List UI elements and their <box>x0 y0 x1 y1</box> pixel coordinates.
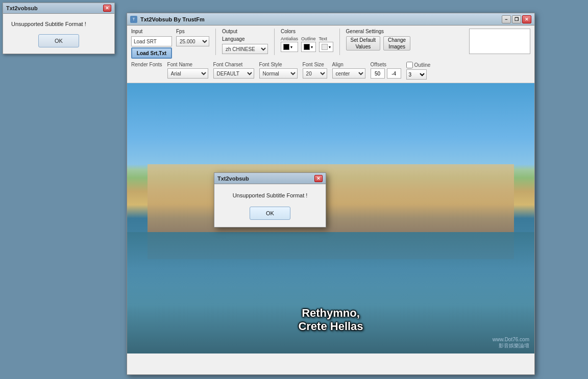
outline-size-dropdown[interactable]: 3 1 2 4 5 <box>406 69 427 80</box>
align-label: Align <box>332 62 365 67</box>
small-dialog-message: Unsupported Subtitle Format ! <box>11 21 106 27</box>
inner-error-dialog: Txt2vobsub ✕ Unsupported Subtitle Format… <box>214 172 326 228</box>
offsets-y-field[interactable] <box>387 68 401 79</box>
output-group: Output Language zh CHINESE <box>222 29 268 54</box>
app-icon: T <box>130 16 137 23</box>
subtitle-overlay: Rethymno, Crete Hellas <box>298 307 363 333</box>
inner-dialog-titlebar: Txt2vobsub ✕ <box>214 173 326 184</box>
outline-checkbox[interactable] <box>406 62 413 68</box>
main-window: T Txt2Vobsub By TrustFm − ❐ ✕ Input Load… <box>127 13 535 375</box>
font-charset-dropdown[interactable]: DEFAULT <box>213 68 254 79</box>
colors-group: Colors Antialias ▾ Outline ▾ <box>281 29 333 52</box>
watermark-line1: www.Dot76.com <box>493 337 529 342</box>
font-size-group: Font Size 20 <box>303 62 327 79</box>
fps-group: Fps 25.000 <box>176 29 209 46</box>
outline-color-label: Outline <box>301 36 316 41</box>
preview-area: Rethymno, Crete Hellas www.Dot76.com 影音娛… <box>127 83 534 353</box>
subtitle-line-2: Crete Hellas <box>298 320 363 333</box>
watermark-line2: 影音娛樂論壇 <box>493 342 529 349</box>
render-fonts-row: Render Fonts Font Name Arial Font Charse… <box>127 60 534 83</box>
small-dialog-body: Unsupported Subtitle Format ! OK <box>3 14 114 54</box>
gen-settings-row: Set Default Values Change Images <box>346 36 411 50</box>
input-row <box>131 36 172 46</box>
text-color-label: Text <box>319 36 333 41</box>
input-label: Input <box>131 29 172 34</box>
align-group: Align center <box>332 62 365 79</box>
small-dialog-ok-button[interactable]: OK <box>38 34 79 47</box>
colors-sub-row: Antialias ▾ Outline ▾ Text <box>281 36 333 52</box>
small-dialog-close-button[interactable]: ✕ <box>103 5 111 12</box>
outline-group: Outline 3 1 2 4 5 <box>406 62 431 80</box>
align-dropdown[interactable]: center <box>332 68 365 79</box>
font-style-label: Font Style <box>259 62 298 67</box>
render-fonts-label: Render Fonts <box>131 62 162 67</box>
load-srt-button[interactable]: Load Srt,Txt <box>131 47 172 59</box>
divider-3 <box>339 29 340 55</box>
font-size-label: Font Size <box>303 62 327 67</box>
text-swatch[interactable]: ▾ <box>319 42 333 52</box>
outline-label: Outline <box>414 62 431 68</box>
input-field[interactable] <box>131 36 172 46</box>
render-fonts-title-group: Render Fonts <box>131 62 162 79</box>
main-titlebar: T Txt2Vobsub By TrustFm − ❐ ✕ <box>127 13 534 26</box>
change-images-button[interactable]: Change Images <box>383 36 410 50</box>
output-label: Output <box>222 29 268 34</box>
font-charset-group: Font Charset DEFAULT <box>213 62 254 79</box>
general-settings-label: General Settings <box>346 29 411 34</box>
antialias-label: Antialias <box>281 36 298 41</box>
offsets-group: Offsets <box>371 62 401 79</box>
small-dialog-titlebar: Txt2vobsub ✕ <box>3 3 114 14</box>
font-name-dropdown[interactable]: Arial <box>167 68 208 79</box>
fps-dropdown[interactable]: 25.000 <box>176 36 209 46</box>
font-style-dropdown[interactable]: Normal <box>259 68 298 79</box>
antialias-arrow: ▾ <box>290 45 292 49</box>
small-dialog-title: Txt2vobsub <box>6 5 38 11</box>
font-name-label: Font Name <box>167 62 208 67</box>
outline-checkbox-row: Outline <box>406 62 431 68</box>
inner-dialog-message: Unsupported Subtitle Format ! <box>233 192 308 198</box>
preview-panel <box>469 29 530 54</box>
fps-label: Fps <box>176 29 209 34</box>
input-group: Input Load Srt,Txt <box>131 29 172 59</box>
font-charset-label: Font Charset <box>213 62 254 67</box>
outline-arrow: ▾ <box>311 45 313 49</box>
inner-dialog-ok-button[interactable]: OK <box>250 207 290 220</box>
watermark: www.Dot76.com 影音娛樂論壇 <box>493 337 529 349</box>
font-name-group: Font Name Arial <box>167 62 208 79</box>
general-settings-group: General Settings Set Default Values Chan… <box>346 29 411 50</box>
language-label: Language <box>222 36 268 42</box>
inner-dialog-close-button[interactable]: ✕ <box>314 175 323 182</box>
window-controls: − ❐ ✕ <box>502 15 531 23</box>
antialias-swatch[interactable]: ▾ <box>281 42 298 52</box>
language-dropdown[interactable]: zh CHINESE <box>222 44 268 54</box>
small-error-dialog: Txt2vobsub ✕ Unsupported Subtitle Format… <box>3 3 115 54</box>
title-left: T Txt2Vobsub By TrustFm <box>130 16 205 23</box>
text-arrow: ▾ <box>329 45 331 49</box>
antialias-color-box <box>283 44 289 50</box>
offsets-label: Offsets <box>371 62 401 67</box>
preview-box <box>469 29 530 54</box>
offsets-sub-row <box>371 68 401 79</box>
outline-color-box <box>304 44 310 50</box>
water-layer <box>127 232 534 354</box>
colors-label: Colors <box>281 29 333 34</box>
subtitle-line-1: Rethymno, <box>298 307 363 320</box>
main-window-title: Txt2Vobsub By TrustFm <box>140 16 205 22</box>
inner-dialog-title: Txt2vobsub <box>217 175 249 182</box>
offsets-x-field[interactable] <box>371 68 385 79</box>
toolbar-top: Input Load Srt,Txt Fps 25.000 Output Lan… <box>127 26 534 60</box>
divider-2 <box>274 29 275 55</box>
set-default-button[interactable]: Set Default Values <box>346 36 380 50</box>
text-color-box <box>322 44 328 50</box>
font-style-group: Font Style Normal <box>259 62 298 79</box>
divider-1 <box>215 29 216 55</box>
close-window-button[interactable]: ✕ <box>522 15 531 23</box>
minimize-button[interactable]: − <box>502 15 511 23</box>
outline-swatch[interactable]: ▾ <box>301 42 316 52</box>
font-size-dropdown[interactable]: 20 <box>303 68 327 79</box>
inner-dialog-body: Unsupported Subtitle Format ! OK <box>214 184 326 227</box>
restore-button[interactable]: ❐ <box>512 15 521 23</box>
